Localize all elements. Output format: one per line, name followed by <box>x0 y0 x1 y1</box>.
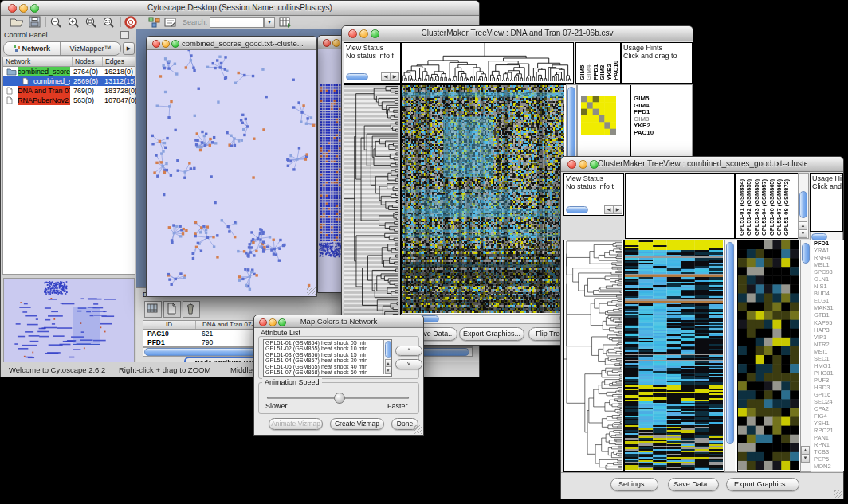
settings-button[interactable]: Settings... <box>610 478 658 491</box>
heatmap-vscrollbar[interactable] <box>724 240 736 472</box>
close-button[interactable] <box>348 29 357 38</box>
minimize-button[interactable] <box>579 160 587 169</box>
help-icon[interactable] <box>124 16 141 29</box>
select-attributes-icon[interactable] <box>144 301 162 318</box>
slider-thumb[interactable] <box>334 393 345 404</box>
map-node-attributes-icon[interactable] <box>147 16 165 29</box>
scroll-thumb[interactable] <box>385 341 392 358</box>
close-button[interactable] <box>323 39 331 47</box>
heatmap-global-canvas[interactable] <box>625 240 723 470</box>
attribute-list-vscrollbar[interactable]: ▲ ▼ <box>383 340 391 374</box>
dialog-titlebar[interactable]: Map Colors to Network <box>254 315 423 328</box>
minimize-button[interactable] <box>332 39 340 47</box>
scroll-right-arrow[interactable]: ▶ <box>613 205 622 214</box>
heatmap-global-panel[interactable] <box>401 84 567 315</box>
heatmap-global-panel[interactable] <box>624 240 725 472</box>
minimize-button[interactable] <box>19 4 28 13</box>
annotations-icon[interactable] <box>163 16 181 29</box>
row-dendrogram-panel[interactable] <box>344 84 401 325</box>
network1-titlebar[interactable]: combined_scores_good.txt--cluste... <box>147 37 316 50</box>
row-dendrogram-canvas[interactable] <box>344 85 398 322</box>
close-button[interactable] <box>152 40 160 48</box>
resize-grip[interactable] <box>414 425 422 434</box>
save-data-button[interactable]: Save Data... <box>668 478 719 491</box>
gene-label: GTB1 <box>811 311 844 318</box>
scroll-down-arrow[interactable]: ▼ <box>801 454 810 463</box>
birdseye-view[interactable] <box>3 278 135 364</box>
close-button[interactable] <box>259 318 267 326</box>
control-panel: Control Panel Network VizMapper™ ▶ Netwo… <box>1 29 137 362</box>
row-dendrogram-panel[interactable] <box>563 240 624 472</box>
heatmap-global-canvas[interactable] <box>402 85 564 313</box>
network-row[interactable]: RNAPuberNov2+563(0)107847(0) <box>3 96 135 105</box>
scroll-down-arrow[interactable]: ▼ <box>385 366 392 374</box>
col-nodes: Nodes <box>72 57 95 66</box>
column-dendrogram-panel[interactable] <box>401 42 574 84</box>
resize-grip[interactable] <box>307 287 316 295</box>
search-input[interactable] <box>210 17 264 28</box>
zoom-button[interactable] <box>278 318 286 326</box>
resize-grip[interactable] <box>834 490 842 498</box>
save-icon[interactable] <box>28 16 45 29</box>
close-button[interactable] <box>8 4 17 13</box>
column-dendrogram-canvas[interactable] <box>402 43 571 81</box>
network-row[interactable]: combined_scores2764(0)16218(0) <box>3 67 135 76</box>
delete-attribute-icon[interactable] <box>183 301 200 318</box>
zoom-selected-icon[interactable] <box>84 16 101 29</box>
move-up-button[interactable]: ^ <box>395 346 422 356</box>
birdseye-canvas[interactable] <box>4 279 132 361</box>
heatmap-hscrollbar[interactable]: ▶ <box>401 314 577 324</box>
zoom-in-icon[interactable] <box>66 16 84 29</box>
network-row[interactable]: combined_sco2569(6)13112(15) <box>3 76 135 86</box>
zoom-vscrollbar[interactable]: ▲ ▼ <box>800 240 811 472</box>
network-row[interactable]: DNA and Tran 07769(0)183728(0) <box>3 86 135 96</box>
scroll-down-arrow[interactable]: ▼ <box>799 229 807 238</box>
float-panel-icon[interactable] <box>120 31 129 39</box>
attribute-list[interactable]: GPL51-01 (GSM854) heat shock 05 min GPL5… <box>263 339 392 377</box>
attribute-item[interactable]: GPL51-07 (GSM868) heat shock 60 min <box>265 369 382 375</box>
tab-network[interactable]: Network <box>4 42 61 55</box>
scroll-right-arrow[interactable]: ▶ <box>390 72 399 81</box>
move-down-button[interactable]: v <box>395 359 422 369</box>
network1-canvas[interactable] <box>147 50 316 295</box>
treeview-combined-title: ClusterMaker TreeView : combined_scores_… <box>598 159 807 168</box>
export-graphics-button[interactable]: Export Graphics... <box>459 327 524 341</box>
import-table-icon[interactable] <box>278 16 296 29</box>
view-status-hscroll-thumb[interactable] <box>566 206 588 213</box>
heatmap-zoom-panel[interactable] <box>737 240 801 472</box>
new-attribute-icon[interactable] <box>163 301 181 318</box>
create-vizmap-button[interactable]: Create Vizmap <box>330 418 384 430</box>
column-dendrogram-panel[interactable] <box>625 173 735 239</box>
scroll-thumb[interactable] <box>802 243 810 264</box>
row-dendrogram-canvas[interactable] <box>564 240 622 470</box>
minimize-button[interactable] <box>269 318 277 326</box>
network-nodes: 769(0) <box>73 86 94 96</box>
scroll-thumb[interactable] <box>799 191 807 218</box>
heatmap-zoom-canvas[interactable] <box>738 240 799 470</box>
main-titlebar[interactable]: Cytoscape Desktop (Session Name: collins… <box>1 1 479 16</box>
birdseye-selection-rect[interactable] <box>73 307 100 345</box>
tab-overflow-arrow[interactable]: ▶ <box>123 42 135 55</box>
zoom-fit-icon[interactable] <box>101 16 119 29</box>
search-dropdown-arrow[interactable]: ▼ <box>264 17 275 28</box>
treeview-dna-titlebar[interactable]: ClusterMaker TreeView : DNA and Tran 07-… <box>342 26 693 41</box>
view-status-hscroll-thumb[interactable] <box>346 73 368 80</box>
network-tab-icon <box>14 45 20 52</box>
open-file-icon[interactable] <box>9 16 26 29</box>
zoom-out-icon[interactable] <box>49 16 66 29</box>
column-labels-vscrollbar[interactable]: ▲ ▼ <box>798 173 809 239</box>
animation-speed-slider[interactable] <box>267 397 409 399</box>
treeview-combined-titlebar[interactable]: ClusterMaker TreeView : combined_scores_… <box>561 157 843 172</box>
minimize-button[interactable] <box>162 40 170 48</box>
scroll-thumb[interactable] <box>726 242 734 444</box>
zoom-matrix-canvas[interactable] <box>581 96 616 135</box>
close-button[interactable] <box>567 160 576 169</box>
tab-vizmapper[interactable]: VizMapper™ <box>61 42 120 55</box>
minimize-button[interactable] <box>359 29 368 38</box>
document-icon <box>6 96 13 107</box>
export-graphics-button[interactable]: Export Graphics... <box>726 478 799 491</box>
network-rows: combined_scores2764(0)16218(0)combined_s… <box>3 67 135 115</box>
zoom-button[interactable] <box>171 40 179 48</box>
animate-vizmap-button[interactable]: Animate Vizmap <box>269 418 323 430</box>
gene-label: BUD4 <box>811 290 844 297</box>
